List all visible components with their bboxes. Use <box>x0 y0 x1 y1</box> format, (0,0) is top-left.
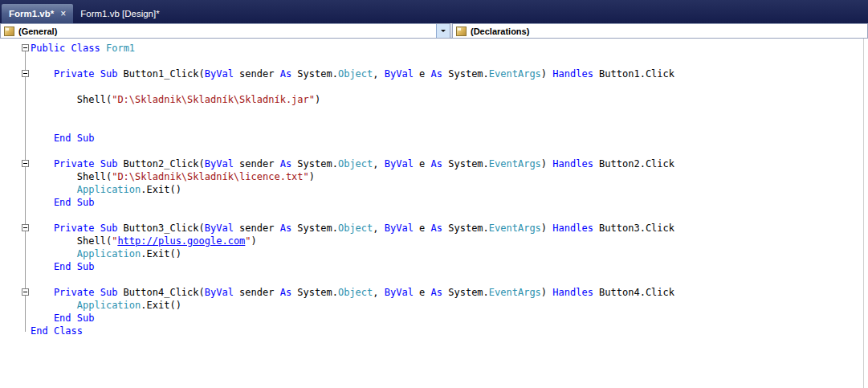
url-link[interactable]: http://plus.google.com <box>117 235 245 247</box>
navigation-bar: (General) (Declarations) <box>0 23 868 39</box>
code-text: Application.Exit() <box>31 299 868 312</box>
code-line[interactable]: Public Class Form1 <box>0 42 868 55</box>
document-tab-bar: Form1.vb*×Form1.vb [Design]* <box>0 0 868 23</box>
gutter <box>0 183 31 196</box>
tab-label: Form1.vb* <box>9 9 54 18</box>
code-line[interactable]: Application.Exit() <box>0 247 868 260</box>
member-dropdown[interactable]: (Declarations) <box>452 23 868 39</box>
code-line[interactable]: End Sub <box>0 312 868 325</box>
code-editor[interactable]: Public Class Form1Private Sub Button1_Cl… <box>0 39 868 388</box>
gutter <box>0 42 31 55</box>
gutter <box>0 196 31 209</box>
code-line[interactable]: End Sub <box>0 132 868 145</box>
gutter <box>0 170 31 183</box>
fold-collapse-icon[interactable] <box>22 70 29 77</box>
code-line[interactable]: Private Sub Button2_Click(ByVal sender A… <box>0 157 868 170</box>
code-text: Application.Exit() <box>31 183 868 196</box>
code-line[interactable]: Shell("D:\Skladnik\Skladník\Skladník.jar… <box>0 93 868 106</box>
gutter <box>0 222 31 235</box>
code-text: End Sub <box>31 196 868 209</box>
code-text <box>31 80 868 93</box>
gutter <box>0 273 31 286</box>
document-tab[interactable]: Form1.vb*× <box>2 4 73 23</box>
editor-right-divider <box>863 39 864 388</box>
code-lines: Public Class Form1Private Sub Button1_Cl… <box>0 42 868 337</box>
scope-icon <box>4 27 14 36</box>
code-text <box>31 145 868 157</box>
code-text: End Sub <box>31 260 868 273</box>
document-tab[interactable]: Form1.vb [Design]* <box>73 4 166 23</box>
code-text: Private Sub Button2_Click(ByVal sender A… <box>31 157 868 170</box>
code-line[interactable]: Private Sub Button1_Click(ByVal sender A… <box>0 67 868 80</box>
code-text: Private Sub Button4_Click(ByVal sender A… <box>31 286 868 299</box>
member-dropdown-label: (Declarations) <box>471 27 529 36</box>
code-line[interactable]: Application.Exit() <box>0 299 868 312</box>
gutter <box>0 247 31 260</box>
fold-collapse-icon[interactable] <box>22 44 29 51</box>
code-line[interactable] <box>0 119 868 132</box>
code-line[interactable]: End Sub <box>0 260 868 273</box>
fold-collapse-icon[interactable] <box>22 224 29 231</box>
code-line[interactable] <box>0 209 868 222</box>
gutter <box>0 93 31 106</box>
code-text: End Class <box>31 325 868 337</box>
gutter <box>0 145 31 157</box>
scope-dropdown[interactable]: (General) <box>0 23 450 39</box>
gutter <box>0 157 31 170</box>
code-text: Private Sub Button3_Click(ByVal sender A… <box>31 222 868 235</box>
code-text: Private Sub Button1_Click(ByVal sender A… <box>31 67 868 80</box>
code-line[interactable] <box>0 55 868 67</box>
code-line[interactable]: End Sub <box>0 196 868 209</box>
code-line[interactable] <box>0 273 868 286</box>
code-line[interactable]: Private Sub Button3_Click(ByVal sender A… <box>0 222 868 235</box>
code-text: Shell("http://plus.google.com") <box>31 235 868 247</box>
dropdown-arrow-icon[interactable] <box>436 24 450 38</box>
scope-dropdown-label: (General) <box>18 27 57 36</box>
code-line[interactable]: Private Sub Button4_Click(ByVal sender A… <box>0 286 868 299</box>
gutter <box>0 106 31 119</box>
close-tab-icon[interactable]: × <box>60 10 66 18</box>
code-line[interactable]: Shell("http://plus.google.com") <box>0 235 868 247</box>
code-text <box>31 273 868 286</box>
tab-label: Form1.vb [Design]* <box>80 9 159 18</box>
code-text <box>31 106 868 119</box>
code-text: End Sub <box>31 132 868 145</box>
code-text: Shell("D:\Skladnik\Skladník\Skladník.jar… <box>31 93 868 106</box>
code-line[interactable]: Application.Exit() <box>0 183 868 196</box>
gutter <box>0 55 31 67</box>
gutter <box>0 235 31 247</box>
code-text <box>31 209 868 222</box>
code-line[interactable] <box>0 80 868 93</box>
fold-collapse-icon[interactable] <box>22 288 29 296</box>
gutter <box>0 80 31 93</box>
gutter <box>0 67 31 80</box>
gutter <box>0 325 31 337</box>
gutter <box>0 312 31 325</box>
code-text: Public Class Form1 <box>31 42 868 55</box>
code-text: End Sub <box>31 312 868 325</box>
gutter <box>0 132 31 145</box>
code-line[interactable]: Shell("D:\Skladnik\Skladník\licence.txt"… <box>0 170 868 183</box>
code-text <box>31 55 868 67</box>
code-text: Shell("D:\Skladnik\Skladník\licence.txt"… <box>31 170 868 183</box>
code-line[interactable]: End Class <box>0 325 868 337</box>
gutter <box>0 260 31 273</box>
gutter <box>0 209 31 222</box>
code-line[interactable] <box>0 145 868 157</box>
fold-collapse-icon[interactable] <box>22 160 29 167</box>
gutter <box>0 299 31 312</box>
code-text <box>31 119 868 132</box>
member-icon <box>456 27 467 36</box>
gutter <box>0 119 31 132</box>
code-line[interactable] <box>0 106 868 119</box>
code-text: Application.Exit() <box>31 247 868 260</box>
gutter <box>0 286 31 299</box>
